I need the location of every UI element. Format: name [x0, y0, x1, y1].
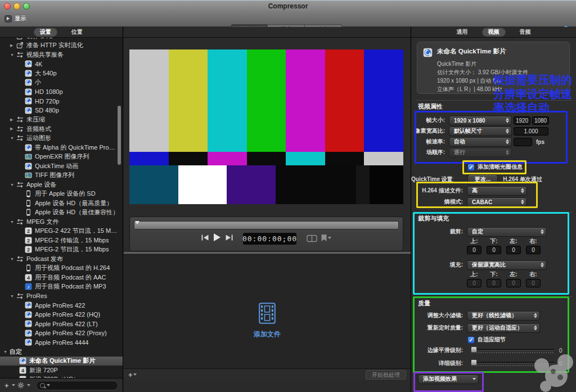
- h264-profile-select[interactable]: 高: [467, 186, 527, 196]
- preset-item[interactable]: 2MPEG-2 422 节目流，15 M…: [0, 227, 123, 236]
- colorbar-segment: [247, 152, 286, 166]
- preset-item[interactable]: ♪用于音频 Podcast 的 MP3: [0, 282, 123, 292]
- crop-select[interactable]: 自定: [467, 227, 547, 237]
- frame-rate-select[interactable]: 自动: [449, 137, 512, 147]
- preset-item[interactable]: TIFF 图像序列: [0, 171, 123, 181]
- pad-bottom-field[interactable]: 0: [487, 279, 501, 287]
- crop-left-field[interactable]: 0: [506, 246, 521, 254]
- slider-thumb[interactable]: [471, 359, 477, 366]
- next-frame-button[interactable]: [224, 234, 234, 241]
- pad-top-field[interactable]: 0: [467, 279, 482, 287]
- preset-item[interactable]: 带 Alpha 的 QuickTime Pro…: [0, 143, 123, 152]
- disclosure-triangle[interactable]: ▼: [3, 350, 10, 354]
- frame-size-select[interactable]: 1920 x 1080: [449, 116, 512, 125]
- disclosure-triangle[interactable]: ▼: [10, 220, 16, 224]
- change-button[interactable]: 更改...: [467, 174, 498, 185]
- crop-right-field[interactable]: 0: [526, 246, 541, 254]
- preset-item[interactable]: ▼自定: [0, 347, 123, 357]
- play-button[interactable]: [213, 233, 221, 242]
- marker-flag-icon[interactable]: [321, 234, 331, 242]
- start-batch-button[interactable]: 开始批处理: [366, 370, 406, 380]
- disclosure-triangle[interactable]: ▶: [10, 127, 16, 131]
- preset-item[interactable]: 2MPEG-2 传输流，15 Mbps: [0, 236, 123, 245]
- field-order-select[interactable]: 逐行: [449, 148, 512, 157]
- slider-thumb[interactable]: [471, 346, 477, 353]
- preset-item[interactable]: Apple ProRes 422: [0, 301, 123, 310]
- clean-aperture-checkbox[interactable]: ✓: [467, 164, 475, 171]
- preset-item[interactable]: ▶未压缩: [0, 115, 123, 125]
- preset-item[interactable]: Apple 设备 HD（最佳兼容性）: [0, 208, 123, 218]
- preset-item[interactable]: Apple ProRes 422 (Proxy): [0, 328, 123, 338]
- add-job-button[interactable]: +: [128, 371, 133, 379]
- preset-item[interactable]: 用于视频 Podcast 的 H.264: [0, 264, 123, 273]
- retiming-quality-select[interactable]: 更好（运动自适应）: [467, 323, 540, 333]
- apple-device-icon: [25, 209, 32, 216]
- timeline-scrubber[interactable]: [134, 221, 399, 229]
- preset-item[interactable]: ▼MPEG 文件: [0, 217, 123, 227]
- tab-general[interactable]: 通用: [451, 28, 474, 37]
- pad-right-field[interactable]: 0: [526, 279, 541, 287]
- disclosure-triangle[interactable]: ▼: [10, 136, 16, 140]
- preset-item[interactable]: Apple 设备 HD（最高质量）: [0, 199, 123, 208]
- crop-top-field[interactable]: 0: [467, 246, 482, 254]
- preset-item[interactable]: ▼运动图形: [0, 134, 123, 143]
- disclosure-triangle[interactable]: ▶: [10, 38, 16, 38]
- preset-item[interactable]: 2MPEG-2 节目流，15 Mbps: [0, 245, 123, 255]
- previous-frame-button[interactable]: [200, 234, 210, 241]
- preset-item[interactable]: Apple ProRes 422 (HQ): [0, 310, 123, 319]
- pad-left-field[interactable]: 0: [506, 279, 521, 287]
- preset-item[interactable]: ▼ProRes: [0, 291, 123, 301]
- preset-item[interactable]: ▶准备 HTTP 实时流化: [0, 41, 123, 51]
- preset-item[interactable]: Apple ProRes 422 (LT): [0, 319, 123, 329]
- action-gear-button[interactable]: [17, 382, 24, 389]
- preset-item[interactable]: ▼Podcast 发布: [0, 254, 123, 264]
- preset-item[interactable]: HD 720p: [0, 97, 123, 106]
- preset-item[interactable]: Apple ProRes 4444: [0, 338, 123, 348]
- resize-filter-select[interactable]: 更好（线性滤镜）: [467, 311, 540, 321]
- tab-audio[interactable]: 音频: [514, 28, 537, 37]
- tab-locations[interactable]: 位置: [65, 28, 89, 37]
- adaptive-details-checkbox[interactable]: ✓: [467, 336, 475, 344]
- pad-select[interactable]: 保留源宽高比: [467, 260, 547, 270]
- preset-item[interactable]: 4K: [0, 60, 123, 69]
- preset-item[interactable]: ▶音频格式: [0, 124, 123, 134]
- preset-item[interactable]: ▼视频共享服务: [0, 50, 123, 60]
- add-video-effect-button[interactable]: 添加视频效果: [418, 375, 479, 384]
- pixel-aspect-field[interactable]: 1.000: [514, 127, 548, 136]
- tab-settings[interactable]: 设置: [34, 28, 57, 37]
- crop-bottom-field[interactable]: 0: [487, 246, 501, 254]
- preset-item[interactable]: HD 1080p: [0, 87, 123, 97]
- preset-item[interactable]: SD 480p: [0, 106, 123, 115]
- preset-item[interactable]: 大 540p: [0, 69, 123, 78]
- frame-rate-field[interactable]: [514, 138, 532, 146]
- pixel-aspect-select[interactable]: 默认帧尺寸: [449, 127, 512, 136]
- timecode-display: 00:00:00;00: [243, 233, 296, 245]
- add-file-dropzone[interactable]: 添加文件: [124, 303, 411, 339]
- preset-item[interactable]: 小: [0, 78, 123, 88]
- batch-area: 添加文件 + 开始批处理: [124, 255, 411, 380]
- frame-width-field[interactable]: 1920: [514, 116, 530, 125]
- disclosure-triangle[interactable]: ▼: [10, 183, 16, 187]
- disclosure-triangle[interactable]: ▼: [10, 257, 16, 261]
- show-button[interactable]: 显示: [4, 15, 26, 22]
- entropy-mode-select[interactable]: CABAC: [467, 197, 527, 207]
- preset-item[interactable]: OpenEXR 图像序列: [0, 152, 123, 162]
- split-view-icon[interactable]: [307, 235, 317, 242]
- tab-video[interactable]: 视频: [482, 28, 506, 37]
- disclosure-triangle[interactable]: ▶: [10, 118, 16, 122]
- preset-item[interactable]: QuickTime 动画: [0, 161, 123, 171]
- preset-item[interactable]: 用于 Apple 设备的 SD: [0, 190, 123, 199]
- add-preset-button[interactable]: +: [4, 382, 9, 389]
- preset-item[interactable]: 4用于音频 Podcast 的 AAC: [0, 273, 123, 282]
- sidebar-scrollbar[interactable]: [118, 106, 121, 165]
- preset-item[interactable]: 4新浪 720P: [0, 366, 123, 375]
- disclosure-triangle[interactable]: ▼: [10, 53, 16, 57]
- frame-height-field[interactable]: 1080: [532, 116, 549, 125]
- disclosure-triangle[interactable]: ▶: [10, 43, 16, 48]
- preset-item[interactable]: 未命名 QuickTime 影片: [0, 357, 123, 366]
- playhead[interactable]: [135, 221, 140, 224]
- preset-search-field[interactable]: [36, 381, 118, 390]
- disclosure-triangle[interactable]: ▼: [10, 294, 16, 298]
- preset-item[interactable]: ▼Apple 设备: [0, 180, 123, 190]
- audio-summary: 立体声（L R）| 48.00 kHz: [437, 85, 502, 93]
